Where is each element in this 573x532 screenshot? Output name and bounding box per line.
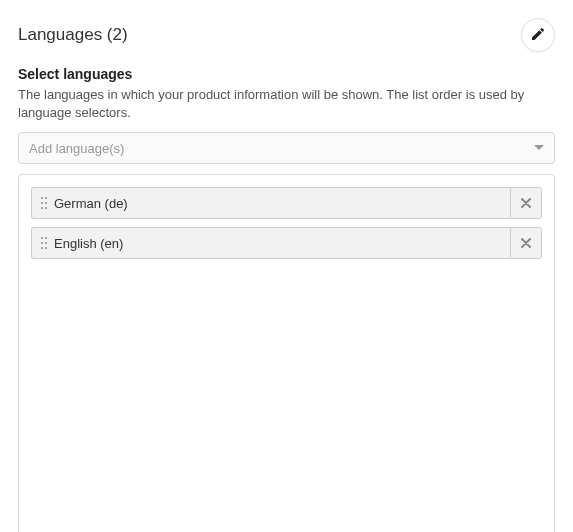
language-item[interactable]: English (en): [31, 227, 510, 259]
svg-point-10: [41, 247, 43, 249]
section-heading: Select languages: [18, 66, 555, 82]
svg-point-9: [45, 242, 47, 244]
page-title: Languages (2): [18, 25, 128, 45]
remove-language-button[interactable]: [510, 227, 542, 259]
remove-language-button[interactable]: [510, 187, 542, 219]
svg-point-5: [45, 207, 47, 209]
language-label: English (en): [54, 236, 123, 251]
header-row: Languages (2): [18, 18, 555, 52]
dropdown-placeholder: Add language(s): [29, 141, 124, 156]
close-icon: [521, 235, 531, 251]
svg-point-8: [41, 242, 43, 244]
svg-point-4: [41, 207, 43, 209]
pencil-icon: [530, 26, 546, 45]
edit-button[interactable]: [521, 18, 555, 52]
language-item[interactable]: German (de): [31, 187, 510, 219]
list-item: German (de): [31, 187, 542, 219]
drag-handle-icon[interactable]: [40, 196, 48, 210]
drag-handle-icon[interactable]: [40, 236, 48, 250]
list-item: English (en): [31, 227, 542, 259]
svg-point-2: [41, 202, 43, 204]
add-language-dropdown[interactable]: Add language(s): [18, 132, 555, 164]
svg-point-1: [45, 197, 47, 199]
close-icon: [521, 195, 531, 211]
svg-point-7: [45, 237, 47, 239]
language-label: German (de): [54, 196, 128, 211]
language-list-panel: German (de) English (en): [18, 174, 555, 532]
svg-point-11: [45, 247, 47, 249]
svg-point-6: [41, 237, 43, 239]
svg-point-0: [41, 197, 43, 199]
section-description: The languages in which your product info…: [18, 86, 555, 122]
svg-point-3: [45, 202, 47, 204]
chevron-down-icon: [534, 140, 544, 156]
